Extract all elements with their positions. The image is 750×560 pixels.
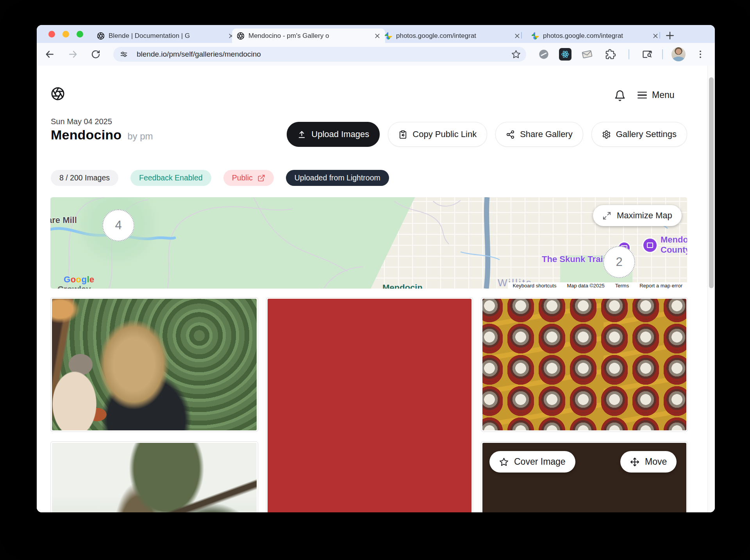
browser-toolbar: blende.io/pm/self/galleries/mendocino: [37, 43, 715, 66]
gallery-photo-vestibule[interactable]: [266, 297, 473, 512]
museum-glyph: [647, 243, 653, 248]
gallery-title-row: Mendocino by pm: [51, 127, 153, 143]
profile-avatar[interactable]: [671, 47, 686, 61]
tab-separator: [659, 32, 660, 39]
map-cluster-marker-2[interactable]: 2: [603, 246, 635, 278]
photo-image: [268, 299, 471, 512]
photo-image: [52, 443, 257, 512]
tab-strip: Blende | Documentation | G Mendocino - p…: [37, 25, 715, 43]
blende-logo-aperture-icon[interactable]: [51, 87, 65, 101]
extensions-puzzle-icon[interactable]: [605, 49, 616, 60]
gallery-map[interactable]: are Mill Crowley Mendocin Willits 4 The …: [50, 197, 687, 289]
toolbar-separator: [629, 49, 629, 59]
gallery-photo-forest[interactable]: [50, 441, 258, 512]
new-tab-button[interactable]: [665, 30, 675, 41]
maximize-map-button[interactable]: Maximize Map: [593, 205, 682, 226]
copy-public-link-button[interactable]: Copy Public Link: [388, 122, 487, 147]
url-text[interactable]: blende.io/pm/self/galleries/mendocino: [137, 50, 511, 59]
public-label: Public: [232, 173, 253, 182]
map-label-mendo-line1: Mendo: [661, 235, 687, 244]
feedback-enabled-label: Feedback Enabled: [139, 173, 203, 182]
refresh-icon[interactable]: [91, 50, 100, 59]
external-link-icon: [257, 174, 265, 182]
upload-images-button[interactable]: Upload Images: [287, 122, 380, 147]
aperture-icon: [97, 32, 105, 40]
map-data-label: Map data ©2025: [567, 283, 604, 289]
gallery-date: Sun May 04 2025: [51, 117, 112, 126]
gallery-title: Mendocino: [51, 127, 121, 143]
tab-mendocino-gallery[interactable]: Mendocino - pm's Gallery o: [232, 29, 385, 43]
screen-search-icon[interactable]: [642, 49, 653, 60]
tab-separator: [521, 32, 522, 39]
extension-icon-blocked[interactable]: [538, 49, 549, 60]
lightroom-label: Uploaded from Lightroom: [295, 173, 380, 182]
gallery-settings-label: Gallery Settings: [616, 129, 677, 139]
site-settings-icon[interactable]: [120, 50, 128, 59]
public-badge[interactable]: Public: [223, 170, 274, 186]
clipboard-copy-icon: [398, 130, 407, 139]
notifications-bell-icon[interactable]: [614, 90, 626, 102]
browser-window: Blende | Documentation | G Mendocino - p…: [37, 25, 715, 512]
photo-image: [52, 299, 257, 430]
expand-icon: [602, 211, 611, 220]
address-bar[interactable]: blende.io/pm/self/galleries/mendocino: [113, 47, 526, 62]
star-icon: [499, 457, 509, 467]
map-label-mendo-county[interactable]: Mendo County: [661, 235, 687, 255]
gallery-settings-button[interactable]: Gallery Settings: [591, 122, 687, 147]
report-map-error-link[interactable]: Report a map error: [639, 283, 682, 289]
move-icon: [630, 457, 639, 467]
gallery-photo-logo[interactable]: Cover Image Move: [481, 441, 688, 512]
cover-image-label: Cover Image: [514, 457, 566, 467]
tab-blende-docs[interactable]: Blende | Documentation | G: [92, 29, 239, 43]
google-logo[interactable]: Google: [64, 275, 95, 285]
cover-image-button[interactable]: Cover Image: [489, 451, 575, 473]
close-tab-icon[interactable]: [652, 33, 659, 39]
gear-icon: [602, 130, 611, 139]
gallery-byline: by pm: [127, 131, 153, 142]
atom-icon: [561, 50, 570, 59]
extension-icon-react-devtools[interactable]: [559, 48, 571, 61]
map-label-mendo-line2: County: [661, 245, 687, 255]
lightroom-badge: Uploaded from Lightroom: [286, 170, 389, 186]
fullscreen-window-button[interactable]: [77, 31, 83, 37]
close-window-button[interactable]: [48, 31, 55, 37]
menu-button[interactable]: Menu: [638, 90, 675, 100]
forward-icon[interactable]: [68, 49, 78, 59]
page-scrollbar-track[interactable]: [707, 66, 715, 512]
museum-poi-icon[interactable]: [643, 239, 657, 252]
back-icon[interactable]: [45, 49, 55, 59]
minimize-window-button[interactable]: [62, 31, 69, 37]
gallery-photo-red-locomotive[interactable]: [481, 297, 688, 432]
maximize-map-label: Maximize Map: [617, 210, 672, 221]
move-label: Move: [645, 457, 667, 467]
menu-label: Menu: [652, 90, 675, 100]
move-image-button[interactable]: Move: [620, 451, 677, 473]
extension-icon-mail[interactable]: [581, 48, 593, 60]
map-cluster-count: 4: [115, 218, 121, 232]
map-label-crowley: Crowley: [57, 284, 91, 289]
browser-menu-icon[interactable]: [695, 49, 705, 59]
keyboard-shortcuts-link[interactable]: Keyboard shortcuts: [512, 283, 556, 289]
map-cluster-marker-4[interactable]: 4: [102, 209, 134, 241]
terms-link[interactable]: Terms: [615, 283, 629, 289]
aperture-icon: [237, 32, 245, 40]
share-gallery-button[interactable]: Share Gallery: [495, 122, 583, 147]
page-content: Menu Sun May 04 2025 Mendocino by pm Upl…: [37, 66, 715, 512]
tab-google-photos-1[interactable]: photos.google.com/integrat: [380, 29, 525, 43]
gallery-photo-train-ride[interactable]: [50, 297, 258, 432]
photo-image: [482, 299, 686, 430]
tab-title: photos.google.com/integrat: [396, 32, 511, 40]
feedback-enabled-badge: Feedback Enabled: [130, 170, 211, 186]
tab-google-photos-2[interactable]: photos.google.com/integrat: [527, 29, 663, 43]
page-scrollbar-thumb[interactable]: [709, 77, 714, 288]
tab-title: Blende | Documentation | G: [109, 32, 225, 40]
map-label-skunk-train[interactable]: The Skunk Train: [542, 254, 608, 264]
close-tab-icon[interactable]: [514, 33, 520, 39]
traffic-lights: [48, 31, 83, 37]
bookmark-star-icon[interactable]: [511, 50, 521, 59]
upload-images-label: Upload Images: [311, 129, 369, 139]
map-cluster-count: 2: [616, 255, 622, 269]
share-nodes-icon: [506, 130, 515, 139]
photo-grid: Cover Image Move: [50, 297, 688, 512]
image-count-badge: 8 / 200 Images: [51, 170, 118, 186]
